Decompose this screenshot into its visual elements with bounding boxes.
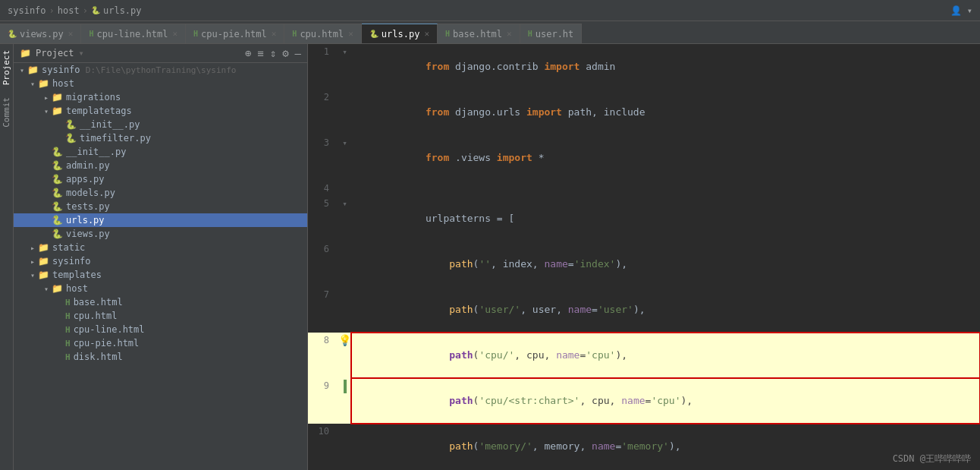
code-row-5: 5 ▾ urlpatterns = [: [308, 196, 980, 241]
folder-icon-templatetags: 📁: [52, 106, 63, 116]
tree-label-migrations: migrations: [66, 92, 121, 103]
gutter-2: [338, 90, 351, 135]
tree-label-disk-html: disk.html: [74, 352, 123, 362]
breadcrumb-file-icon: 🐍: [91, 6, 100, 14]
code-row-8: 8 💡 path('cpu/', cpu, name='cpu'),: [308, 333, 980, 378]
fold-arrow-5[interactable]: ▾: [342, 199, 347, 209]
tree-item-models[interactable]: 🐍 models.py: [14, 186, 307, 200]
hide-icon[interactable]: —: [295, 47, 301, 59]
tree-item-init-py-1[interactable]: 🐍 __init__.py: [14, 118, 307, 131]
tree-header-icons: ⊕ ≡ ⇕ ⚙ —: [245, 47, 301, 59]
html-icon-base: H: [65, 298, 71, 308]
settings-icon[interactable]: ⚙: [282, 47, 288, 59]
arrow-sysinfo[interactable]: ▾: [17, 66, 27, 74]
breadcrumb-file[interactable]: urls.py: [103, 5, 142, 16]
line-num-6: 6: [308, 241, 338, 287]
tree-item-tests[interactable]: 🐍 tests.py: [14, 200, 307, 213]
close-urls[interactable]: ✕: [424, 29, 429, 39]
arrow-templates[interactable]: ▾: [27, 271, 38, 279]
tree-item-apps[interactable]: 🐍 apps.py: [14, 172, 307, 186]
tree-item-sysinfo-inner[interactable]: ▸ 📁 sysinfo: [14, 254, 307, 268]
tree-item-cpu-pie-html[interactable]: H cpu-pie.html: [14, 336, 307, 350]
code-row-6: 6 path('', index, name='index'),: [308, 241, 980, 287]
tree-item-disk-html[interactable]: H disk.html: [14, 350, 307, 364]
code-table: 1 ▾ from django.contrib import admin 2 f…: [308, 44, 980, 470]
tab-views-py[interactable]: 🐍 views.py ✕: [0, 24, 81, 43]
tree-label-apps: apps.py: [66, 174, 105, 185]
tab-base-html[interactable]: H base.html ✕: [438, 24, 520, 43]
tree-item-cpu-line-html[interactable]: H cpu-line.html: [14, 323, 307, 336]
tree-item-sysinfo-root[interactable]: ▾ 📁 sysinfo D:\File\pythonTraining\sysin…: [14, 63, 307, 77]
line-num-8: 8: [308, 333, 338, 378]
tree-item-templates[interactable]: ▾ 📁 templates: [14, 268, 307, 282]
add-icon[interactable]: ⊕: [245, 47, 251, 59]
code-editor[interactable]: 1 ▾ from django.contrib import admin 2 f…: [308, 44, 980, 470]
arrow-host-templates[interactable]: ▾: [41, 285, 52, 293]
breadcrumb-host[interactable]: host: [58, 5, 80, 16]
tab-label-views-py: views.py: [20, 29, 64, 39]
tree-header: 📁 Project ▾ ⊕ ≡ ⇕ ⚙ —: [14, 44, 307, 63]
tab-label-cpu: cpu.html: [300, 29, 344, 39]
fold-arrow-1[interactable]: ▾: [342, 47, 347, 57]
tab-icon-base: H: [445, 30, 450, 38]
tree-item-cpu-html[interactable]: H cpu.html: [14, 309, 307, 323]
py-icon-models: 🐍: [52, 188, 63, 198]
tree-header-title: 📁 Project ▾: [20, 48, 84, 58]
arrow-host[interactable]: ▾: [27, 80, 38, 88]
line-num-9: 9: [308, 378, 338, 424]
close-cpu-line[interactable]: ✕: [172, 29, 177, 39]
arrow-sysinfo-inner[interactable]: ▸: [27, 257, 38, 266]
tree-item-init-py-2[interactable]: 🐍 __init__.py: [14, 145, 307, 159]
gutter-5: ▾: [338, 196, 351, 241]
tab-cpu-html[interactable]: H cpu.html ✕: [284, 24, 361, 43]
breadcrumb-sysinfo[interactable]: sysinfo: [8, 5, 46, 16]
code-row-9: 9 path('cpu/<str:chart>', cpu, name='cpu…: [308, 378, 980, 424]
side-labels: Project Commit: [0, 44, 14, 470]
tab-cpu-pie-html[interactable]: H cpu-pie.html ✕: [186, 24, 284, 43]
gutter-8: 💡: [338, 333, 351, 378]
line-num-10: 10: [308, 424, 338, 469]
profile-icon[interactable]: 👤 ▾: [950, 5, 972, 16]
tree-label-tests: tests.py: [66, 201, 110, 212]
tree-item-host[interactable]: ▾ 📁 host: [14, 77, 307, 90]
html-icon-cpu-line: H: [65, 325, 71, 335]
tree-item-urls[interactable]: 🐍 urls.py: [14, 213, 307, 227]
side-label-project[interactable]: Project: [0, 44, 13, 91]
py-icon-timefilter: 🐍: [65, 133, 77, 144]
file-tree: 📁 Project ▾ ⊕ ≡ ⇕ ⚙ — ▾ 📁 sysinfo D:\Fil…: [14, 44, 308, 470]
tab-user-ht[interactable]: H user.ht: [520, 24, 583, 43]
code-line-9: path('cpu/<str:chart>', cpu, name='cpu')…: [351, 378, 980, 424]
tab-urls-py[interactable]: 🐍 urls.py ✕: [362, 24, 438, 43]
close-views-py[interactable]: ✕: [68, 29, 74, 39]
fold-arrow-3[interactable]: ▾: [342, 138, 347, 148]
arrow-static[interactable]: ▸: [27, 244, 38, 252]
tree-label-templates: templates: [52, 270, 102, 280]
expand-icon[interactable]: ≡: [257, 47, 263, 59]
tree-item-static[interactable]: ▸ 📁 static: [14, 241, 307, 254]
close-base[interactable]: ✕: [507, 29, 512, 39]
arrow-templatetags[interactable]: ▾: [41, 107, 52, 115]
py-icon-views: 🐍: [52, 229, 63, 239]
breadcrumb-sep-2: ›: [83, 5, 88, 16]
folder-icon-header: 📁: [20, 48, 31, 58]
tree-item-migrations[interactable]: ▸ 📁 migrations: [14, 90, 307, 104]
close-cpu[interactable]: ✕: [348, 29, 353, 39]
gutter-4: [338, 181, 351, 196]
gutter-7: [338, 287, 351, 333]
tab-cpu-line-html[interactable]: H cpu-line.html ✕: [81, 24, 186, 43]
arrow-migrations[interactable]: ▸: [41, 93, 52, 102]
tree-item-base-html[interactable]: H base.html: [14, 295, 307, 309]
tree-item-views[interactable]: 🐍 views.py: [14, 227, 307, 241]
tree-item-templatetags[interactable]: ▾ 📁 templatetags: [14, 104, 307, 118]
main-content: Project Commit 📁 Project ▾ ⊕ ≡ ⇕ ⚙ — ▾ 📁…: [0, 44, 980, 470]
close-cpu-pie[interactable]: ✕: [272, 29, 277, 39]
tree-item-admin[interactable]: 🐍 admin.py: [14, 159, 307, 172]
side-label-commit[interactable]: Commit: [0, 91, 13, 134]
tree-item-timefilter[interactable]: 🐍 timefilter.py: [14, 131, 307, 145]
collapse-icon[interactable]: ⇕: [270, 47, 276, 59]
tab-bar: 🐍 views.py ✕ H cpu-line.html ✕ H cpu-pie…: [0, 21, 980, 44]
tree-label-cpu-pie: cpu-pie.html: [74, 338, 140, 349]
tree-item-host-templates[interactable]: ▾ 📁 host: [14, 282, 307, 295]
tab-label-base: base.html: [453, 29, 502, 39]
tree-title-arrow[interactable]: ▾: [79, 48, 84, 58]
